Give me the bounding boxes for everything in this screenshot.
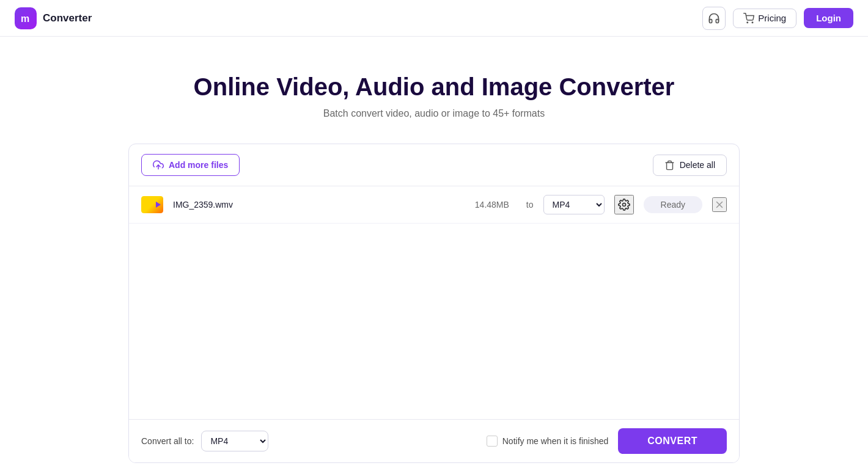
upload-icon [153,159,164,170]
table-row: IMG_2359.wmv 14.48MB to MP4 AVI MOV MKV … [129,186,739,224]
pricing-label: Pricing [758,13,786,23]
card-toolbar: Add more files Delete all [129,144,739,186]
pricing-button[interactable]: Pricing [733,9,796,28]
header-actions: Pricing Login [702,7,853,30]
to-label: to [526,200,534,210]
convert-all-format-select[interactable]: MP4 AVI MOV MKV WMV FLV WebM MP3 AAC WAV [201,431,268,451]
notify-checkbox[interactable] [487,436,498,447]
file-thumbnail [141,196,163,213]
file-size: 14.48MB [468,200,517,210]
empty-area [129,224,739,419]
headset-icon [708,12,720,24]
notify-label: Notify me when it is finished [502,436,609,446]
cart-icon [743,13,754,24]
svg-point-1 [747,22,748,23]
svg-point-4 [622,203,625,206]
logo-icon: m [15,7,37,29]
footer-right: Notify me when it is finished CONVERT [487,428,727,454]
hero-subtitle: Batch convert video, audio or image to 4… [12,108,856,119]
gear-icon [618,199,630,211]
convert-all-section: Convert all to: MP4 AVI MOV MKV WMV FLV … [141,431,268,451]
notify-section: Notify me when it is finished [487,436,609,447]
delete-all-label: Delete all [680,160,715,170]
file-list: IMG_2359.wmv 14.48MB to MP4 AVI MOV MKV … [129,186,739,419]
login-button[interactable]: Login [804,8,853,28]
file-format-select[interactable]: MP4 AVI MOV MKV WMV FLV WebM MP3 AAC WAV [543,195,605,214]
delete-all-button[interactable]: Delete all [653,155,727,176]
convert-all-label: Convert all to: [141,436,194,446]
svg-point-2 [752,22,754,23]
remove-file-button[interactable] [712,197,727,212]
svg-text:m: m [21,13,29,24]
header: m Converter Pricing Login [0,0,868,37]
footer-bar: Convert all to: MP4 AVI MOV MKV WMV FLV … [129,419,739,462]
status-badge: Ready [644,196,702,213]
add-files-label: Add more files [169,160,228,170]
converter-card: Add more files Delete all IMG_2359.wmv 1… [128,144,740,463]
close-icon [714,199,725,210]
brand-name: Converter [43,12,92,24]
file-name: IMG_2359.wmv [173,200,458,210]
add-files-button[interactable]: Add more files [141,154,240,176]
convert-button[interactable]: CONVERT [618,428,727,454]
settings-button[interactable] [614,195,634,214]
hero-title: Online Video, Audio and Image Converter [12,73,856,101]
brand-section: m Converter [15,7,92,29]
hero-section: Online Video, Audio and Image Converter … [0,37,868,144]
support-button[interactable] [702,7,726,30]
trash-icon [664,160,675,170]
